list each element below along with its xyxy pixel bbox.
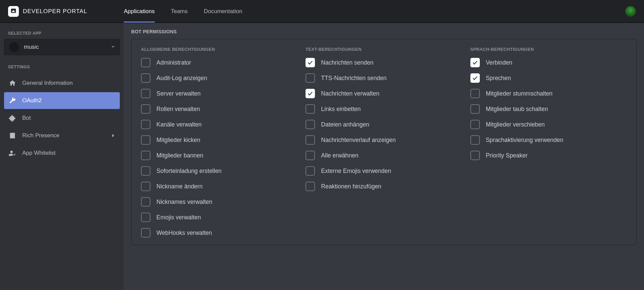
perm-col-title: SPRACH-BERECHTIGUNGEN [470, 47, 627, 52]
chevron-right-icon [112, 132, 115, 139]
sidebar-item-app-whitelist[interactable]: App Whitelist [4, 145, 120, 161]
checkbox-icon [306, 89, 315, 98]
permission-label: TTS-Nachrichten senden [321, 75, 387, 82]
perm-col-text: TEXT-BERECHTIGUNGEN Nachrichten sendenTT… [306, 47, 462, 238]
sidebar: SELECTED APP music SETTINGS General Info… [0, 23, 124, 290]
sidebar-item-general-information[interactable]: General Information [4, 75, 120, 92]
perm-list-voice: VerbindenSprechenMitglieder stummschalte… [470, 58, 627, 160]
checkbox-icon [306, 151, 315, 160]
perm-list-text: Nachrichten sendenTTS-Nachrichten senden… [306, 58, 462, 191]
home-icon [9, 79, 16, 87]
checkbox-icon [141, 58, 150, 67]
puzzle-icon [9, 114, 16, 122]
checkbox-icon [141, 89, 150, 98]
checkbox-icon [141, 166, 150, 176]
permission-label: Alle erwähnen [321, 152, 358, 159]
permission-checkbox[interactable]: Nachrichten senden [306, 58, 462, 67]
sidebar-item-label: General Information [22, 80, 73, 86]
permission-label: Emojis verwalten [156, 214, 201, 221]
permission-checkbox[interactable]: Alle erwähnen [306, 151, 462, 160]
permission-label: Audit-Log anzeigen [156, 75, 207, 82]
permission-label: Nicknames verwalten [156, 198, 212, 206]
discord-logo-icon [8, 6, 19, 17]
sidebar-nav: General Information OAuth2 Bot Rich Pres… [4, 75, 120, 161]
permission-label: Priority Speaker [486, 152, 528, 159]
permission-label: Mitglieder taub schalten [486, 106, 548, 113]
checkbox-icon [141, 151, 150, 160]
permission-checkbox[interactable]: Nachrichten verwalten [306, 89, 462, 98]
user-avatar[interactable] [625, 6, 636, 17]
permission-label: Nachrichten verwalten [321, 90, 379, 97]
nav-teams[interactable]: Teams [171, 0, 188, 23]
permission-checkbox[interactable]: Audit-Log anzeigen [141, 73, 297, 83]
checkbox-icon [306, 73, 315, 83]
sidebar-item-oauth2[interactable]: OAuth2 [4, 92, 120, 109]
permission-label: Administrator [156, 59, 191, 66]
permission-label: Mitglieder stummschalten [486, 90, 552, 97]
sidebar-item-label: App Whitelist [22, 150, 56, 156]
nav-applications[interactable]: Applications [124, 0, 155, 23]
perm-col-title: ALLGEMEINE BERECHTIGUNGEN [141, 47, 297, 52]
checkbox-icon [141, 228, 150, 238]
checkbox-icon [470, 120, 480, 129]
selected-app-label: SELECTED APP [4, 31, 120, 39]
permission-checkbox[interactable]: Nickname ändern [141, 182, 297, 191]
permission-label: Sprachaktivierung verwenden [486, 137, 564, 144]
checkbox-icon [306, 166, 315, 176]
permission-label: Rollen verwalten [156, 106, 200, 113]
sidebar-item-label: OAuth2 [22, 97, 42, 104]
perm-col-title: TEXT-BERECHTIGUNGEN [306, 47, 462, 52]
permission-checkbox[interactable]: Rollen verwalten [141, 104, 297, 114]
permission-label: Reaktionen hinzufügen [321, 183, 381, 190]
permission-label: Nachrichten senden [321, 59, 373, 66]
sidebar-item-rich-presence[interactable]: Rich Presence [4, 127, 120, 144]
checkbox-icon [141, 73, 150, 83]
perm-col-general: ALLGEMEINE BERECHTIGUNGEN AdministratorA… [141, 47, 297, 238]
permission-checkbox[interactable]: Sprachaktivierung verwenden [470, 135, 627, 145]
checkbox-icon [470, 89, 480, 98]
person-check-icon [9, 149, 16, 157]
perm-col-voice: SPRACH-BERECHTIGUNGEN VerbindenSprechenM… [470, 47, 627, 238]
permission-checkbox[interactable]: WebHooks verwalten [141, 228, 297, 238]
sidebar-item-bot[interactable]: Bot [4, 110, 120, 126]
sidebar-item-label: Rich Presence [22, 132, 60, 139]
sidebar-item-label: Bot [22, 115, 31, 121]
permission-checkbox[interactable]: Mitglieder taub schalten [470, 104, 627, 114]
permission-checkbox[interactable]: Dateien anhängen [306, 120, 462, 129]
permission-checkbox[interactable]: Sprechen [470, 73, 627, 83]
checkbox-icon [141, 135, 150, 145]
permission-checkbox[interactable]: TTS-Nachrichten senden [306, 73, 462, 83]
permission-checkbox[interactable]: Emojis verwalten [141, 213, 297, 222]
header-nav: Applications Teams Documentation [124, 0, 242, 23]
permission-label: Kanäle verwalten [156, 121, 202, 128]
permission-label: Dateien anhängen [321, 121, 369, 128]
permission-checkbox[interactable]: Priority Speaker [470, 151, 627, 160]
app-header: DEVELOPER PORTAL Applications Teams Docu… [0, 0, 644, 23]
permission-checkbox[interactable]: Mitglieder bannen [141, 151, 297, 160]
permission-checkbox[interactable]: Mitglieder stummschalten [470, 89, 627, 98]
nav-documentation[interactable]: Documentation [204, 0, 242, 23]
permission-columns: ALLGEMEINE BERECHTIGUNGEN AdministratorA… [141, 47, 627, 238]
permission-checkbox[interactable]: Nachrichtenverlauf anzeigen [306, 135, 462, 145]
checkbox-icon [470, 73, 480, 83]
settings-label: SETTINGS [4, 65, 120, 73]
checkbox-icon [306, 182, 315, 191]
permission-label: Sprechen [486, 75, 511, 82]
permissions-panel: ALLGEMEINE BERECHTIGUNGEN AdministratorA… [131, 39, 637, 245]
section-title: BOT PERMISSIONS [131, 23, 637, 39]
permission-checkbox[interactable]: Mitglieder verschieben [470, 120, 627, 129]
permission-checkbox[interactable]: Nicknames verwalten [141, 197, 297, 207]
permission-label: Server verwalten [156, 90, 201, 97]
permission-checkbox[interactable]: Kanäle verwalten [141, 120, 297, 129]
permission-checkbox[interactable]: Soforteinladung erstellen [141, 166, 297, 176]
permission-label: Mitglieder verschieben [486, 121, 545, 128]
permission-checkbox[interactable]: Links einbetten [306, 104, 462, 114]
permission-checkbox[interactable]: Server verwalten [141, 89, 297, 98]
app-selector[interactable]: music [4, 39, 120, 55]
permission-checkbox[interactable]: Verbinden [470, 58, 627, 67]
selected-app-name: music [24, 44, 39, 50]
permission-checkbox[interactable]: Mitglieder kicken [141, 135, 297, 145]
permission-checkbox[interactable]: Externe Emojis verwenden [306, 166, 462, 176]
permission-checkbox[interactable]: Administrator [141, 58, 297, 67]
permission-checkbox[interactable]: Reaktionen hinzufügen [306, 182, 462, 191]
